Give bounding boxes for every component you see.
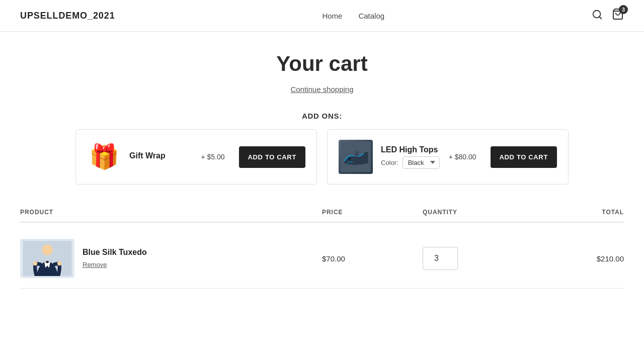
addon-info-gift-wrap: Gift Wrap xyxy=(129,151,193,162)
total-cell: $210.00 xyxy=(523,254,624,263)
product-info: Blue Silk Tuxedo Remove xyxy=(83,248,147,269)
addon-name-gift-wrap: Gift Wrap xyxy=(129,151,193,160)
product-cell: Blue Silk Tuxedo Remove xyxy=(20,239,322,278)
led-tops-image xyxy=(339,140,373,174)
svg-point-4 xyxy=(348,157,351,160)
addon-card-gift-wrap: 🎁 Gift Wrap + $5.00 ADD TO CART xyxy=(75,129,317,185)
continue-shopping-link[interactable]: Continue shopping xyxy=(20,85,624,94)
addon-card-led-tops: LED High Tops Color: Black White Red Blu… xyxy=(327,129,569,185)
addons-grid: 🎁 Gift Wrap + $5.00 ADD TO CART xyxy=(20,129,624,185)
tuxedo-svg xyxy=(22,241,72,276)
product-thumbnail xyxy=(20,239,74,278)
nav-home[interactable]: Home xyxy=(322,12,342,20)
addon-price-gift-wrap: + $5.00 xyxy=(201,153,224,161)
addons-section: ADD ONS: 🎁 Gift Wrap + $5.00 ADD TO CART xyxy=(20,112,624,185)
table-row: Blue Silk Tuxedo Remove $70.00 $210.00 xyxy=(20,229,624,289)
addon-info-led-tops: LED High Tops Color: Black White Red Blu… xyxy=(381,145,441,169)
page-title: Your cart xyxy=(20,52,624,76)
addons-label: ADD ONS: xyxy=(20,112,624,120)
quantity-input[interactable] xyxy=(423,247,458,270)
cart-table-header: PRODUCT PRICE QUANTITY TOTAL xyxy=(20,209,624,223)
svg-point-8 xyxy=(57,261,62,265)
svg-point-6 xyxy=(42,244,53,255)
col-header-quantity: QUANTITY xyxy=(423,209,523,216)
search-icon xyxy=(592,9,603,20)
cart-badge: 3 xyxy=(619,5,628,14)
header-icons: 3 xyxy=(592,8,624,23)
gift-wrap-image: 🎁 xyxy=(87,140,121,174)
nav-catalog[interactable]: Catalog xyxy=(358,12,384,20)
cart-button[interactable]: 3 xyxy=(612,8,624,23)
remove-button[interactable]: Remove xyxy=(83,261,107,268)
add-to-cart-led-tops[interactable]: ADD TO CART xyxy=(491,146,557,168)
quantity-cell xyxy=(423,247,523,270)
col-header-product: PRODUCT xyxy=(20,209,322,216)
col-header-price: PRICE xyxy=(322,209,423,216)
color-label: Color: xyxy=(381,159,398,166)
svg-line-1 xyxy=(599,17,601,19)
main-content: Your cart Continue shopping ADD ONS: 🎁 G… xyxy=(10,32,634,309)
svg-point-7 xyxy=(33,261,37,265)
col-header-total: TOTAL xyxy=(523,209,624,216)
addon-price-led-tops: + $80.00 xyxy=(449,153,476,161)
color-select-led-tops[interactable]: Black White Red Blue xyxy=(403,156,440,169)
shoe-svg xyxy=(341,142,371,172)
main-nav: Home Catalog xyxy=(322,12,384,20)
price-cell: $70.00 xyxy=(322,254,423,263)
addon-name-led-tops: LED High Tops xyxy=(381,145,441,154)
logo: UPSELLDEMO_2021 xyxy=(20,11,115,21)
product-name: Blue Silk Tuxedo xyxy=(83,248,147,257)
header: UPSELLDEMO_2021 Home Catalog 3 xyxy=(0,0,644,32)
search-button[interactable] xyxy=(592,9,603,23)
cart-table: PRODUCT PRICE QUANTITY TOTAL xyxy=(20,209,624,289)
addon-color-row: Color: Black White Red Blue xyxy=(381,156,441,169)
add-to-cart-gift-wrap[interactable]: ADD TO CART xyxy=(239,146,305,168)
